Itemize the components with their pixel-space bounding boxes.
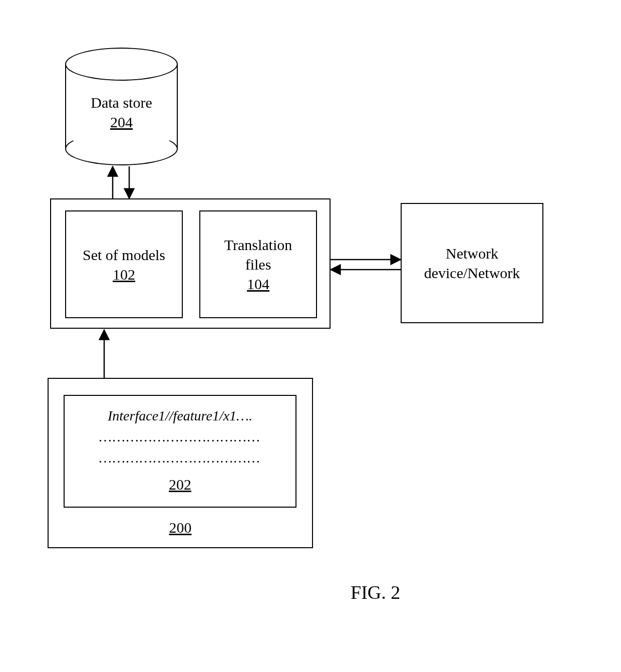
arrow-datastore-to-container	[0, 0, 621, 672]
figure-caption: FIG. 2	[351, 581, 400, 603]
